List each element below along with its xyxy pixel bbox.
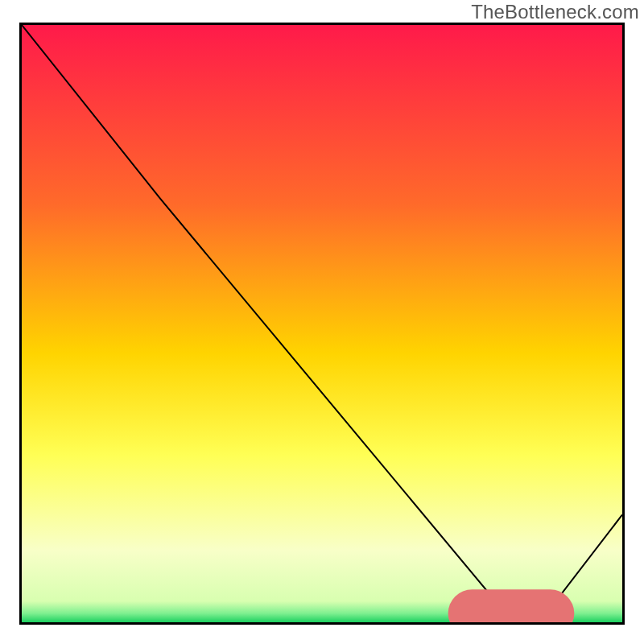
chart-svg bbox=[22, 25, 622, 622]
chart-frame: TheBottleneck.com bbox=[0, 0, 644, 644]
plot-area bbox=[19, 23, 625, 625]
watermark-label: TheBottleneck.com bbox=[471, 1, 639, 23]
background-gradient bbox=[22, 25, 622, 622]
